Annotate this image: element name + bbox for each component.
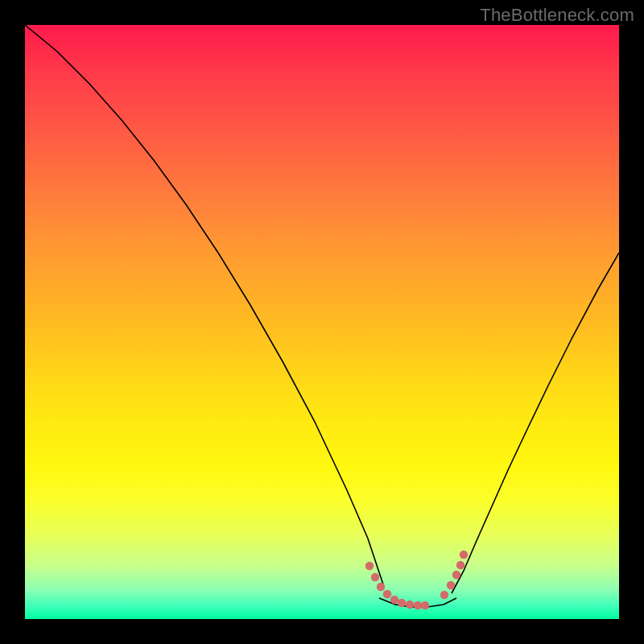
data-marker	[365, 562, 374, 570]
data-marker	[452, 571, 460, 579]
data-marker	[447, 581, 455, 589]
watermark-text: TheBottleneck.com	[480, 5, 634, 26]
data-marker	[421, 601, 429, 609]
data-marker	[390, 596, 398, 604]
data-marker	[383, 590, 391, 598]
data-marker	[460, 551, 468, 559]
chart-svg	[25, 25, 619, 619]
data-marker	[414, 601, 422, 609]
left-curve-path	[25, 25, 384, 587]
data-marker	[371, 573, 379, 581]
plot-area	[25, 25, 619, 619]
data-marker	[377, 583, 385, 591]
data-marker	[406, 601, 414, 609]
data-marker	[398, 599, 406, 607]
chart-frame: TheBottleneck.com	[0, 0, 644, 644]
data-marker	[456, 561, 464, 569]
right-curve-path	[452, 253, 619, 593]
line-layer	[25, 25, 619, 607]
data-marker	[440, 591, 448, 599]
